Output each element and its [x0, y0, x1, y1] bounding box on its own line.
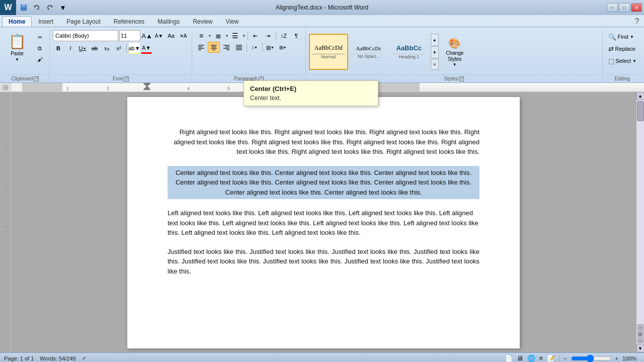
- align-left-button[interactable]: [195, 42, 207, 53]
- italic-button[interactable]: I: [65, 43, 76, 54]
- superscript-button[interactable]: x²: [113, 43, 124, 54]
- font-group: A▲ A▼ Aa ✕A B I U▼ ab x₂ x² ab▼ A▼: [51, 29, 192, 82]
- separator4: [247, 43, 247, 52]
- document-scroll[interactable]: Right aligned text looks like this. Righ…: [11, 92, 636, 352]
- justify-button[interactable]: [233, 42, 245, 53]
- view-draft-button[interactable]: 📝: [547, 354, 555, 362]
- view-fullscreen-button[interactable]: 🖥: [517, 354, 523, 362]
- align-center-button[interactable]: [208, 42, 220, 53]
- title-bar: W ▼ AligningText.docx - Microsoft Word ─…: [0, 0, 644, 15]
- style-no-spacing[interactable]: AaBbCcDc No Spaci...: [349, 34, 388, 70]
- view-print-button[interactable]: 📄: [505, 354, 513, 362]
- scroll-page-select-button[interactable]: ◎: [637, 331, 643, 337]
- sort-button[interactable]: ↕Z: [278, 30, 290, 41]
- tooltip-description: Center text.: [250, 95, 372, 102]
- close-button[interactable]: ✕: [631, 3, 642, 12]
- format-painter-button[interactable]: 🖌: [33, 54, 46, 64]
- numbering-button[interactable]: ≣: [212, 30, 224, 41]
- styles-label: Styles: [444, 76, 458, 81]
- underline-button[interactable]: U▼: [77, 43, 88, 54]
- next-page-button[interactable]: ○: [637, 337, 643, 343]
- tab-review[interactable]: Review: [186, 16, 219, 27]
- undo-button[interactable]: [31, 3, 42, 13]
- highlight-button[interactable]: ab▼: [129, 43, 140, 54]
- style-heading1[interactable]: AaBbCc Heading 1: [389, 34, 429, 70]
- zoom-slider[interactable]: [571, 355, 611, 361]
- copy-button[interactable]: ⧉: [33, 43, 46, 53]
- svg-text:4: 4: [5, 224, 7, 229]
- scroll-navigation: ○ ◎ ○: [637, 323, 643, 344]
- minimize-button[interactable]: ─: [607, 3, 618, 12]
- svg-rect-3: [22, 9, 25, 10]
- svg-text:1: 1: [5, 104, 7, 108]
- ruler-corner[interactable]: [0, 83, 11, 92]
- styles-scroll-down[interactable]: ▼: [431, 46, 439, 58]
- prev-page-button[interactable]: ○: [637, 324, 643, 330]
- page-info: Page: 1 of 1: [4, 355, 34, 361]
- change-styles-button[interactable]: 🎨 ChangeStyles ▼: [442, 34, 468, 70]
- tab-insert[interactable]: Insert: [32, 16, 60, 27]
- quick-access-more-button[interactable]: ▼: [57, 3, 68, 13]
- zoom-level[interactable]: 100%: [622, 355, 640, 361]
- style-h1-preview: AaBbCc: [396, 44, 422, 52]
- view-outline-button[interactable]: ≡: [539, 354, 543, 362]
- numbering-arrow[interactable]: ▼: [225, 34, 229, 38]
- vertical-scrollbar[interactable]: ▲ ○ ◎ ○ ▼: [636, 92, 644, 352]
- style-normal-label: Normal: [312, 54, 345, 59]
- select-button[interactable]: ⬚ Select ▼: [606, 55, 639, 66]
- subscript-button[interactable]: x₂: [101, 43, 112, 54]
- font-color-button[interactable]: A▼: [141, 43, 152, 54]
- tab-references[interactable]: References: [107, 16, 151, 27]
- font-expand-icon[interactable]: ↗: [124, 76, 129, 81]
- bold-button[interactable]: B: [53, 43, 64, 54]
- view-web-button[interactable]: 🌐: [527, 354, 535, 362]
- tab-mailings[interactable]: Mailings: [151, 16, 186, 27]
- bullets-arrow[interactable]: ▼: [208, 34, 212, 38]
- help-button[interactable]: ?: [632, 17, 642, 27]
- multilevel-arrow[interactable]: ▼: [242, 34, 246, 38]
- clear-format-button[interactable]: ✕A: [178, 30, 189, 41]
- align-right-button[interactable]: [220, 42, 232, 53]
- save-button[interactable]: [18, 3, 29, 13]
- zoom-in-button[interactable]: +: [615, 355, 618, 361]
- font-family-input[interactable]: [53, 30, 118, 41]
- redo-button[interactable]: [44, 3, 55, 13]
- styles-scroll-up[interactable]: ▲: [431, 34, 439, 46]
- styles-expand-icon[interactable]: ↗: [459, 76, 464, 81]
- style-nospace-preview: AaBbCcDc: [356, 45, 381, 51]
- strikethrough-button[interactable]: ab: [89, 43, 100, 54]
- increase-font-button[interactable]: A▲: [141, 30, 152, 41]
- decrease-indent-button[interactable]: ⇤: [250, 30, 262, 41]
- increase-indent-button[interactable]: ⇥: [262, 30, 274, 41]
- styles-more-button[interactable]: ≡: [431, 59, 439, 70]
- replace-button[interactable]: ⇄ Replace: [606, 43, 638, 54]
- change-case-button[interactable]: Aa: [166, 30, 177, 41]
- zoom-out-button[interactable]: −: [564, 355, 567, 361]
- svg-text:3: 3: [5, 184, 7, 189]
- tab-view[interactable]: View: [219, 16, 246, 27]
- font-size-input[interactable]: [119, 30, 140, 41]
- shading-button[interactable]: ▨▼: [264, 42, 276, 53]
- scroll-track[interactable]: [636, 100, 644, 323]
- scroll-down-button[interactable]: ▼: [636, 344, 645, 352]
- scroll-up-button[interactable]: ▲: [636, 92, 645, 100]
- proofing-icon[interactable]: ✓: [82, 355, 87, 361]
- bullets-button[interactable]: ≡: [195, 30, 207, 41]
- status-separator: [559, 355, 559, 362]
- clipboard-label: Clipboard: [12, 76, 33, 81]
- tab-page-layout[interactable]: Page Layout: [60, 16, 107, 27]
- scroll-thumb[interactable]: [637, 101, 644, 121]
- paste-button[interactable]: 📋 Paste ▼: [4, 30, 30, 64]
- multilevel-button[interactable]: ☰: [229, 30, 242, 41]
- cut-button[interactable]: ✂: [33, 32, 46, 42]
- ribbon: Home Insert Page Layout References Maili…: [0, 15, 644, 83]
- tab-home[interactable]: Home: [2, 16, 32, 27]
- maximize-button[interactable]: □: [619, 3, 630, 12]
- find-button[interactable]: 🔍 Find ▼: [606, 31, 636, 42]
- borders-button[interactable]: ⊞▼: [277, 42, 289, 53]
- style-normal[interactable]: AaBbCcDd Normal: [309, 34, 348, 70]
- show-marks-button[interactable]: ¶: [290, 30, 302, 41]
- line-spacing-button[interactable]: ↕▼: [249, 42, 261, 53]
- clipboard-expand-icon[interactable]: ↗: [34, 76, 39, 81]
- decrease-font-button[interactable]: A▼: [153, 30, 165, 41]
